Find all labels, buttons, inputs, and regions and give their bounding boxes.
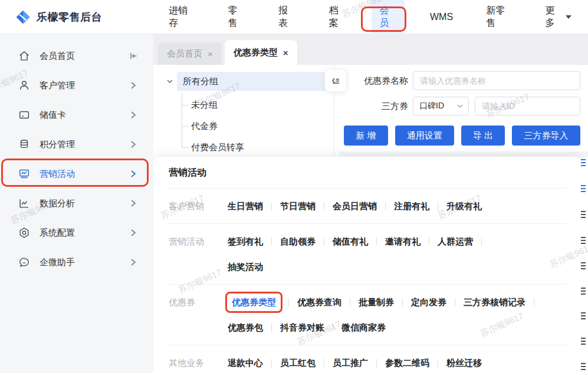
tree-root-row[interactable]: 所有分组 bbox=[165, 72, 334, 91]
tree-node-付费会员转享[interactable]: 付费会员转享 bbox=[182, 137, 334, 158]
section-label: 客户营销 bbox=[167, 199, 228, 214]
filter-form: 优惠券名称 三方券 口碑ID 新 增通用设置导 出三方券导入 bbox=[340, 65, 581, 146]
occluded-text-fragment bbox=[581, 159, 586, 167]
separator bbox=[271, 237, 272, 246]
nav-item-进销存[interactable]: 进销存 bbox=[161, 0, 202, 34]
separator bbox=[534, 298, 534, 306]
action-button-新增[interactable]: 新 增 bbox=[344, 126, 388, 146]
section-label: 营销活动 bbox=[167, 234, 228, 249]
coupon-name-input[interactable] bbox=[413, 71, 580, 90]
sidebar-item-积分管理[interactable]: 积分管理 bbox=[0, 130, 153, 159]
occluded-text-fragment bbox=[581, 211, 586, 219]
menu-item-会员日营销[interactable]: 会员日营销 bbox=[333, 199, 377, 214]
menu-item-优惠券类型[interactable]: 优惠券类型 bbox=[225, 292, 282, 313]
menu-item-退款中心[interactable]: 退款中心 bbox=[228, 355, 263, 371]
nav-item-档案[interactable]: 档案 bbox=[321, 0, 354, 34]
chevron-down-icon[interactable] bbox=[165, 77, 175, 86]
menu-item-优惠券包[interactable]: 优惠券包 bbox=[228, 320, 263, 335]
menu-item-三方券核销记录[interactable]: 三方券核销记录 bbox=[464, 295, 525, 310]
chevron-right-icon[interactable] bbox=[129, 169, 138, 179]
close-icon[interactable]: × bbox=[208, 49, 213, 58]
menu-item-抖音券对账[interactable]: 抖音券对账 bbox=[280, 320, 324, 335]
menu-item-自助领券[interactable]: 自助领券 bbox=[280, 234, 316, 249]
nav-item-会员[interactable]: 会员 bbox=[372, 0, 405, 34]
nav-item-报表[interactable]: 报表 bbox=[271, 0, 304, 34]
fold-icon bbox=[331, 76, 340, 85]
chevron-right-icon[interactable] bbox=[129, 110, 138, 120]
menu-item-升级有礼[interactable]: 升级有礼 bbox=[446, 199, 482, 214]
separator bbox=[333, 324, 333, 332]
chevron-right-icon[interactable] bbox=[129, 199, 138, 208]
nav-item-更多[interactable]: 更多 bbox=[538, 0, 579, 34]
third-party-id-input[interactable] bbox=[475, 97, 580, 115]
action-button-通用设置[interactable]: 通用设置 bbox=[395, 126, 454, 146]
select-value: 口碑ID bbox=[419, 101, 444, 111]
sidebar: 会员首页客户管理储值卡积分管理营销活动数据分析系统配置企微助手 bbox=[0, 34, 153, 373]
mega-menu-section-营销活动: 营销活动签到有礼自助领券储值有礼邀请有礼人群运营抽奖活动 bbox=[167, 224, 567, 285]
action-button-三方券导入[interactable]: 三方券导入 bbox=[512, 126, 580, 146]
menu-item-微信商家券[interactable]: 微信商家券 bbox=[341, 320, 386, 335]
sidebar-item-企微助手[interactable]: 企微助手 bbox=[0, 247, 153, 277]
menu-item-签到有礼[interactable]: 签到有礼 bbox=[228, 234, 263, 249]
sidebar-item-系统配置[interactable]: 系统配置 bbox=[0, 218, 153, 247]
tree-node-代金券[interactable]: 代金券 bbox=[182, 115, 334, 137]
menu-item-员工推广[interactable]: 员工推广 bbox=[333, 355, 368, 371]
chevron-right-icon[interactable] bbox=[129, 258, 138, 267]
section-lines: 退款中心员工红包员工推广参数二维码粉丝迁移 bbox=[228, 355, 567, 371]
separator bbox=[271, 359, 272, 367]
menu-item-抽奖活动[interactable]: 抽奖活动 bbox=[228, 259, 263, 275]
menu-item-储值有礼[interactable]: 储值有礼 bbox=[333, 234, 368, 249]
nav-item-新零售[interactable]: 新零售 bbox=[478, 0, 520, 34]
menu-line: 优惠券包抖音券对账微信商家券 bbox=[228, 320, 567, 335]
card-icon bbox=[18, 108, 31, 121]
collapse-panel-button[interactable] bbox=[324, 69, 347, 92]
tree-root-label[interactable]: 所有分组 bbox=[177, 72, 330, 91]
occluded-text-fragment bbox=[581, 288, 586, 296]
sidebar-item-营销活动[interactable]: 营销活动 bbox=[0, 159, 153, 189]
separator bbox=[271, 202, 272, 210]
section-lines: 生日营销节日营销会员日营销注册有礼升级有礼 bbox=[228, 199, 567, 214]
sidebar-item-label: 系统配置 bbox=[40, 227, 120, 239]
chevron-right-icon[interactable] bbox=[129, 140, 138, 149]
action-button-导出[interactable]: 导 出 bbox=[461, 126, 505, 146]
top-nav: 进销存零售报表档案会员WMS新零售更多 bbox=[152, 0, 588, 34]
mega-menu-section-客户营销: 客户营销生日营销节日营销会员日营销注册有礼升级有礼 bbox=[167, 189, 567, 224]
sidebar-item-数据分析[interactable]: 数据分析 bbox=[0, 189, 153, 218]
menu-item-优惠券查询[interactable]: 优惠券查询 bbox=[297, 295, 341, 310]
separator bbox=[402, 298, 403, 306]
sidebar-item-储值卡[interactable]: 储值卡 bbox=[0, 100, 153, 130]
nav-item-零售[interactable]: 零售 bbox=[220, 0, 253, 34]
menu-item-生日营销[interactable]: 生日营销 bbox=[228, 199, 263, 214]
collapse-sidebar-icon[interactable] bbox=[129, 51, 138, 61]
gear-icon bbox=[18, 226, 31, 239]
third-party-label: 三方券 bbox=[340, 101, 408, 112]
menu-item-人群运营[interactable]: 人群运营 bbox=[438, 234, 473, 249]
sidebar-item-会员首页[interactable]: 会员首页 bbox=[0, 41, 153, 71]
main-area: 会员首页×优惠券类型× 所有分组 未分组代金券付费会员转享 bbox=[153, 34, 588, 373]
home-icon bbox=[18, 49, 31, 62]
close-icon[interactable]: × bbox=[283, 48, 288, 57]
tab-会员首页[interactable]: 会员首页× bbox=[158, 42, 222, 65]
menu-item-批量制券[interactable]: 批量制券 bbox=[359, 295, 394, 310]
menu-item-节日营销[interactable]: 节日营销 bbox=[280, 199, 316, 214]
sidebar-item-客户管理[interactable]: 客户管理 bbox=[0, 71, 153, 100]
menu-item-定向发券[interactable]: 定向发券 bbox=[411, 295, 446, 310]
app-title: 乐檬零售后台 bbox=[37, 10, 102, 24]
tab-bar: 会员首页×优惠券类型× bbox=[153, 34, 588, 65]
menu-item-邀请有礼[interactable]: 邀请有礼 bbox=[385, 234, 421, 249]
menu-item-粉丝迁移[interactable]: 粉丝迁移 bbox=[446, 355, 482, 371]
menu-item-注册有礼[interactable]: 注册有礼 bbox=[394, 199, 429, 214]
chevron-right-icon[interactable] bbox=[129, 228, 138, 237]
app-window: 乐檬零售后台 进销存零售报表档案会员WMS新零售更多 会员首页客户管理储值卡积分… bbox=[0, 0, 588, 373]
mega-menu-rows: 客户营销生日营销节日营销会员日营销注册有礼升级有礼营销活动签到有礼自助领券储值有… bbox=[167, 189, 567, 373]
tree-node-未分组[interactable]: 未分组 bbox=[182, 94, 334, 115]
tab-优惠券类型[interactable]: 优惠券类型× bbox=[225, 40, 297, 65]
occluded-text-fragment bbox=[581, 338, 586, 346]
menu-item-员工红包[interactable]: 员工红包 bbox=[280, 355, 316, 371]
third-party-id-select[interactable]: 口碑ID bbox=[413, 97, 469, 115]
menu-item-参数二维码[interactable]: 参数二维码 bbox=[385, 355, 429, 371]
separator bbox=[324, 237, 324, 246]
nav-item-WMS[interactable]: WMS bbox=[422, 7, 461, 27]
chart-icon bbox=[18, 197, 31, 210]
chevron-right-icon[interactable] bbox=[129, 81, 138, 90]
